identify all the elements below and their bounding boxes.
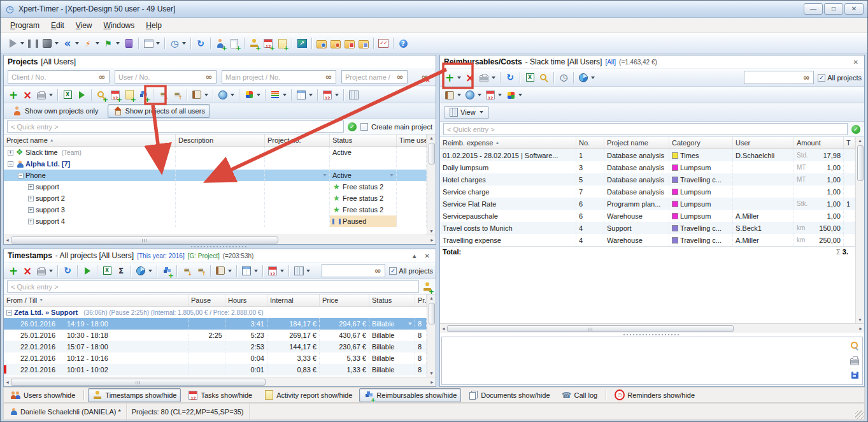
- refresh-button[interactable]: [194, 37, 208, 50]
- column-header-user[interactable]: User: [733, 137, 794, 149]
- reimbursables-quick-entry-input[interactable]: [443, 123, 848, 135]
- timestamps-vertical-scrollbar[interactable]: ▲ ▼: [427, 295, 436, 377]
- cubes-add-button[interactable]: +: [136, 89, 150, 101]
- book-button[interactable]: [213, 265, 234, 277]
- reimbursable-row[interactable]: 01.02.2015 - 28.02.2015 | Software...1Da…: [440, 149, 855, 161]
- panel-toggle-users-show-hide[interactable]: Users show/hide: [6, 388, 80, 402]
- dropdown-caret[interactable]: [478, 94, 481, 96]
- scroll-left-arrow[interactable]: ◄: [441, 325, 446, 332]
- binoc-icon[interactable]: [97, 72, 107, 82]
- scroll-up-arrow[interactable]: ▲: [858, 137, 862, 144]
- scroll-right-arrow[interactable]: ►: [430, 236, 434, 244]
- door-button[interactable]: [122, 37, 136, 50]
- column-header-internal[interactable]: Internal: [267, 295, 320, 306]
- all-projects-checkbox[interactable]: ✓: [818, 74, 825, 82]
- reimbursable-row[interactable]: Travelling expense4WarehouseTravelling c…: [440, 234, 855, 246]
- column-header-t[interactable]: T: [844, 137, 855, 149]
- dropdown-caret[interactable]: [20, 42, 24, 45]
- magnifier-icon[interactable]: [850, 340, 860, 351]
- print-button[interactable]: [34, 89, 55, 101]
- play-green-button[interactable]: [75, 89, 89, 101]
- globe-button[interactable]: [463, 89, 483, 101]
- stopwatch-button[interactable]: [557, 71, 571, 84]
- delete-button[interactable]: [463, 71, 477, 84]
- stamp-add-button[interactable]: +: [247, 37, 261, 50]
- dropdown-caret[interactable]: [204, 94, 208, 96]
- column-header-time-use[interactable]: Time use: [397, 135, 427, 146]
- menu-item-view[interactable]: View: [70, 19, 98, 32]
- column-header-amount[interactable]: Amount: [794, 137, 844, 149]
- sort-asc-button[interactable]: [194, 265, 208, 277]
- binoc-icon[interactable]: [395, 72, 405, 82]
- timestamp-row[interactable]: 22.01.201615:07 - 18:002:53144,17 €230,6…: [4, 341, 427, 353]
- dropdown-caret[interactable]: [518, 94, 522, 96]
- expander[interactable]: +: [28, 219, 34, 224]
- dropdown-caret[interactable]: [283, 94, 287, 96]
- panel-toggle-reimbursables-show-hide[interactable]: +Reimbursables show/hide: [359, 388, 461, 402]
- dropdown-caret[interactable]: [228, 270, 232, 272]
- reimbursable-row[interactable]: Travel costs to Munich4SupportTravelling…: [440, 222, 855, 234]
- dropdown-caret[interactable]: [492, 76, 495, 79]
- projects-quick-entry-input[interactable]: [7, 120, 344, 133]
- dropdown-caret[interactable]: [390, 174, 394, 177]
- window-list-button[interactable]: [141, 37, 162, 50]
- excel-button[interactable]: [60, 89, 75, 101]
- dropdown-caret[interactable]: [408, 323, 412, 325]
- reimbursables-vertical-scrollbar[interactable]: ▲ ▼: [855, 137, 864, 323]
- notes-add-button[interactable]: +: [122, 89, 136, 101]
- maximize-button[interactable]: □: [824, 3, 843, 15]
- reimbursable-row[interactable]: Servicepauschale6WarehouseLumpsumA.Mille…: [440, 210, 855, 222]
- project-row[interactable]: +supportFree status 2: [4, 181, 427, 193]
- sort-asc-button[interactable]: [170, 89, 184, 101]
- squares-button[interactable]: [242, 89, 262, 101]
- scroll-down-arrow[interactable]: ▼: [858, 316, 862, 323]
- all-projects-checkbox[interactable]: ✓: [389, 267, 397, 275]
- binoc-icon[interactable]: [204, 72, 214, 82]
- expander[interactable]: +: [28, 196, 34, 201]
- project-row[interactable]: −Alpha Ltd. [7]: [4, 158, 427, 170]
- key-button[interactable]: [537, 71, 551, 84]
- help-button[interactable]: [396, 37, 410, 50]
- column-header-project-no-[interactable]: Project no.: [265, 135, 330, 146]
- dropdown-caret[interactable]: [49, 94, 53, 96]
- menu-item-program[interactable]: Program: [4, 19, 45, 32]
- excel-button[interactable]: [100, 265, 114, 277]
- dropdown-caret[interactable]: [335, 94, 339, 96]
- column-header-project-name[interactable]: Project name: [604, 137, 669, 149]
- resize-grip[interactable]: [855, 411, 864, 419]
- cubes-add-button[interactable]: +: [160, 265, 174, 277]
- column-header-project-name[interactable]: Project name▲: [4, 135, 176, 146]
- key-add-button[interactable]: +: [94, 89, 108, 101]
- clock-button[interactable]: [167, 37, 188, 50]
- panel-toggle-reminders-show-hide[interactable]: Reminders show/hide: [610, 388, 699, 402]
- expander[interactable]: +: [28, 184, 34, 190]
- dropdown-caret[interactable]: [55, 42, 59, 45]
- column-header-no-[interactable]: No.: [576, 137, 604, 149]
- dropdown-caret[interactable]: [148, 270, 152, 272]
- jump-back-button[interactable]: [60, 37, 81, 50]
- save-icon[interactable]: [850, 370, 860, 380]
- scroll-down-arrow[interactable]: ▼: [429, 370, 434, 377]
- project-row[interactable]: +support 4Paused: [4, 215, 427, 227]
- scroll-up-arrow[interactable]: ▲: [429, 135, 434, 142]
- excel-button[interactable]: [523, 71, 537, 84]
- dropdown-caret[interactable]: [254, 270, 258, 272]
- scroll-thumb[interactable]: [11, 236, 278, 244]
- grid-button[interactable]: [292, 265, 312, 277]
- dropdown-caret[interactable]: [306, 270, 310, 272]
- projects-vertical-scrollbar[interactable]: ▲ ▼: [427, 135, 436, 235]
- timestamp-row[interactable]: 25.01.201610:30 - 18:182:255:23269,17 €4…: [4, 330, 427, 341]
- panel-toggle-call-log[interactable]: Call log: [557, 388, 602, 402]
- scroll-thumb[interactable]: [11, 379, 266, 386]
- timestamps-horizontal-scrollbar[interactable]: ◄ ►: [4, 377, 436, 386]
- add-button[interactable]: [6, 265, 20, 277]
- reimbursable-row[interactable]: Service Flat Rate6Programm plan...Lumpsu…: [440, 198, 855, 210]
- calendar-add-button[interactable]: +: [261, 37, 275, 50]
- panel-toggle-activity-report-show-hide[interactable]: Activity report show/hide: [259, 388, 357, 402]
- project-row[interactable]: +Slack time(Team)Active: [4, 147, 427, 158]
- confirm-icon[interactable]: [851, 124, 861, 135]
- dropdown-caret[interactable]: [75, 42, 79, 45]
- expander[interactable]: −: [18, 173, 24, 178]
- scroll-right-arrow[interactable]: ►: [858, 325, 863, 332]
- scroll-thumb[interactable]: [429, 143, 435, 164]
